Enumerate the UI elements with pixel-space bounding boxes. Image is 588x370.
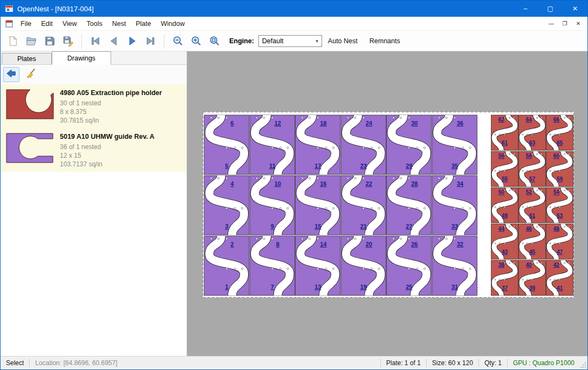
part-number: 66: [553, 117, 560, 123]
part-number: 20: [366, 241, 372, 247]
zoom-in-icon: [190, 35, 202, 47]
nest-part-pair[interactable]: 2423: [341, 115, 386, 174]
tab-drawings[interactable]: Drawings: [52, 51, 111, 65]
nest-part-pair[interactable]: 4645: [519, 224, 546, 259]
nav-last-button[interactable]: [142, 33, 159, 49]
part-thumbnail: [5, 132, 56, 165]
nest-part-pair[interactable]: 6463: [519, 115, 546, 150]
new-file-button[interactable]: [5, 33, 21, 49]
back-arrow-icon: [5, 68, 17, 82]
engine-selected-value: Default: [262, 37, 284, 45]
nest-part-pair[interactable]: 3433: [432, 176, 477, 235]
part-number: 8: [276, 241, 279, 247]
save-as-button[interactable]: [60, 33, 76, 49]
nest-part-pair[interactable]: 4241: [546, 260, 573, 295]
part-number: 63: [529, 140, 536, 146]
status-size: Size: 60 x 120: [427, 359, 478, 367]
window-title: OpenNest - [N0317-004]: [17, 5, 94, 13]
nest-part-pair[interactable]: 1817: [296, 115, 340, 174]
nest-part-pair[interactable]: 2019: [341, 236, 386, 295]
status-plate: Plate: 1 of 1: [381, 359, 426, 367]
mdi-close-button[interactable]: ✕: [572, 19, 584, 29]
zoom-in-button[interactable]: [188, 33, 204, 49]
part-number: 37: [502, 285, 508, 291]
nest-part-pair[interactable]: 21: [204, 236, 249, 295]
mdi-minimize-button[interactable]: —: [545, 19, 557, 29]
nest-part-pair[interactable]: 109: [250, 176, 295, 235]
nest-canvas[interactable]: 6512111817242330293635431091615222128273…: [187, 51, 587, 356]
menu-window[interactable]: Window: [156, 17, 189, 30]
part-number: 7: [271, 284, 274, 290]
status-gpu: GPU : Quadro P1000: [508, 359, 580, 367]
drawing-item-2[interactable]: 5019 A10 UHMW guide Rev. A 36 of 1 neste…: [1, 128, 187, 172]
part-number: 22: [366, 180, 372, 187]
remnants-button[interactable]: Remnants: [364, 33, 406, 49]
part-number: 39: [529, 285, 536, 291]
part-number: 40: [526, 262, 532, 268]
part-number: 21: [360, 223, 367, 230]
menu-nest[interactable]: Nest: [107, 17, 131, 30]
nest-part-pair[interactable]: 5857: [519, 151, 546, 186]
nav-last-icon: [145, 35, 156, 47]
nav-next-button[interactable]: [124, 33, 140, 49]
broom-button[interactable]: [23, 67, 39, 82]
nav-previous-button[interactable]: [106, 33, 122, 49]
nest-part-pair[interactable]: 5453: [546, 187, 573, 223]
nest-part-pair[interactable]: 2221: [341, 176, 386, 235]
nest-part-pair[interactable]: 87: [250, 236, 295, 295]
nav-first-button[interactable]: [87, 33, 104, 49]
minimize-button[interactable]: –: [513, 1, 538, 17]
part-number: 31: [452, 284, 458, 290]
part-number: 64: [526, 117, 532, 123]
part-number: 4: [230, 180, 234, 187]
nest-plate[interactable]: 6512111817242330293635431091615222128273…: [203, 112, 574, 298]
nest-part-pair[interactable]: 4039: [519, 260, 546, 295]
part-nested-count: 36 of 1 nested: [60, 143, 154, 151]
nest-part-pair[interactable]: 1211: [250, 115, 295, 174]
nest-part-pair[interactable]: 5251: [519, 187, 546, 223]
menu-file[interactable]: File: [16, 17, 36, 30]
part-number: 13: [314, 284, 321, 290]
nest-part-pair[interactable]: 1615: [296, 176, 340, 235]
drawing-item-1[interactable]: 4980 A05 Extraction pipe holder 30 of 1 …: [1, 84, 187, 128]
nest-part-pair[interactable]: 6665: [546, 115, 573, 150]
part-number: 56: [498, 153, 505, 159]
mdi-restore-button[interactable]: ❐: [559, 19, 571, 29]
part-thumbnail: [5, 88, 56, 122]
auto-nest-button[interactable]: Auto Nest: [322, 33, 364, 49]
back-arrow-button[interactable]: [3, 67, 19, 82]
nest-part-pair[interactable]: 4443: [491, 224, 518, 259]
nest-part-pair[interactable]: 3029: [387, 115, 432, 174]
nest-part-pair[interactable]: 3231: [432, 236, 477, 295]
resize-grip[interactable]: [580, 356, 587, 369]
nest-part-pair[interactable]: 43: [204, 176, 249, 235]
nest-part-pair[interactable]: 2625: [387, 236, 432, 295]
tab-plates[interactable]: Plates: [2, 53, 52, 64]
sidebar-tabs: Plates Drawings: [1, 51, 187, 65]
engine-label: Engine:: [229, 37, 254, 45]
mdi-window-controls: — ❐ ✕: [545, 19, 587, 29]
nest-part-pair[interactable]: 65: [204, 115, 249, 174]
zoom-fit-button[interactable]: [207, 33, 223, 49]
nest-part-pair[interactable]: 3635: [432, 115, 477, 174]
open-folder-button[interactable]: [23, 33, 39, 49]
maximize-button[interactable]: ▢: [538, 1, 563, 17]
menu-tools[interactable]: Tools: [82, 17, 107, 30]
nest-part-pair[interactable]: 3837: [491, 260, 518, 295]
nest-part-pair[interactable]: 6261: [491, 115, 518, 150]
nest-part-pair[interactable]: 6059: [546, 151, 573, 186]
engine-select[interactable]: Default ▾: [258, 35, 322, 47]
save-button[interactable]: [42, 33, 58, 49]
app-icon: [5, 4, 13, 13]
zoom-out-button[interactable]: [170, 33, 186, 49]
close-button[interactable]: ✕: [563, 1, 587, 17]
nest-part-pair[interactable]: 5655: [491, 151, 518, 186]
nest-part-pair[interactable]: 4847: [546, 224, 573, 259]
menu-view[interactable]: View: [58, 17, 82, 30]
menu-edit[interactable]: Edit: [36, 17, 58, 30]
menu-plate[interactable]: Plate: [131, 17, 156, 30]
nest-part-pair[interactable]: 1413: [296, 236, 340, 295]
part-number: 33: [452, 223, 458, 230]
nest-part-pair[interactable]: 2827: [387, 176, 432, 235]
nest-part-pair[interactable]: 5049: [491, 187, 518, 223]
